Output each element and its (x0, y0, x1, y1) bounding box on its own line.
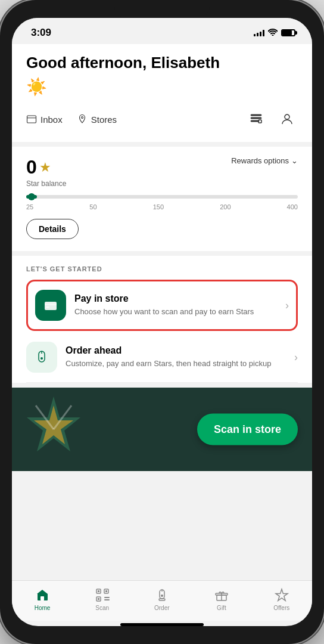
svg-rect-20 (98, 590, 99, 592)
order-ahead-card[interactable]: Order ahead Customize, pay and earn Star… (26, 332, 298, 383)
svg-rect-16 (40, 596, 44, 600)
marker-50: 50 (89, 203, 96, 210)
progress-markers: 25 50 150 200 400 (26, 203, 298, 210)
greeting-text: Good afternoon, Elisabeth (26, 54, 298, 72)
tab-scan-label: Scan (95, 605, 109, 611)
status-bar: 3:09 (12, 18, 312, 44)
star-count: 0 (26, 156, 37, 178)
nav-row: Inbox Stores (26, 106, 298, 130)
order-card-text: Order ahead Customize, pay and earn Star… (66, 345, 289, 369)
star-gold-icon: ★ (39, 160, 51, 175)
weather-icon: ☀️ (26, 77, 298, 97)
rewards-options-btn[interactable]: Rewards options ⌄ (231, 156, 298, 165)
menu-icon-btn[interactable] (245, 109, 267, 130)
banner-section[interactable]: Scan in store (12, 388, 312, 471)
order-cup-icon (155, 588, 169, 602)
notch (114, 0, 210, 18)
marker-150: 150 (153, 203, 164, 210)
nav-left: Inbox Stores (26, 114, 117, 125)
tab-offers[interactable]: Offers (266, 586, 297, 614)
svg-rect-9 (46, 306, 49, 308)
scan-in-store-button[interactable]: Scan in store (197, 414, 298, 445)
pay-card-title: Pay in store (74, 293, 281, 304)
svg-rect-5 (258, 120, 261, 123)
marker-200: 200 (220, 203, 230, 210)
progress-track (26, 195, 298, 199)
scroll-content[interactable]: Good afternoon, Elisabeth ☀️ Inbox (12, 44, 312, 580)
pay-icon-wrap (35, 290, 66, 321)
rewards-options-label: Rewards options (231, 156, 289, 165)
order-card-title: Order ahead (66, 345, 289, 356)
svg-rect-21 (105, 590, 107, 592)
svg-point-6 (285, 114, 289, 119)
svg-rect-0 (27, 116, 36, 123)
inbox-label: Inbox (40, 114, 63, 125)
tab-gift[interactable]: Gift (207, 586, 236, 614)
menu-list-icon (249, 112, 263, 126)
pay-card-text: Pay in store Choose how you want to scan… (74, 293, 281, 317)
home-indicator (120, 623, 204, 626)
offers-star-icon (275, 588, 289, 602)
order-icon-wrap (26, 342, 57, 373)
tab-home-label: Home (35, 605, 51, 611)
chevron-down-icon: ⌄ (291, 156, 298, 165)
tab-bar: Home Scan (12, 580, 312, 621)
signal-icon (254, 29, 264, 36)
profile-icon-btn[interactable] (276, 109, 298, 130)
nav-right (245, 109, 298, 130)
status-time: 3:09 (29, 27, 51, 39)
status-icons (254, 29, 295, 38)
order-chevron-icon: › (294, 351, 298, 364)
home-icon (35, 588, 49, 602)
progress-dot (28, 193, 35, 200)
screen: 3:09 (12, 18, 312, 626)
svg-rect-23 (104, 597, 110, 598)
order-card-desc: Customize, pay and earn Stars, then head… (66, 358, 289, 369)
section-label: LET'S GET STARTED (26, 256, 298, 280)
progress-section: 25 50 150 200 400 (26, 195, 298, 210)
order-icon (33, 349, 50, 366)
details-button[interactable]: Details (26, 219, 79, 239)
tab-offers-label: Offers (273, 605, 289, 611)
pay-card-desc: Choose how you want to scan and pay to e… (74, 306, 281, 317)
star-balance-row: 0 ★ (26, 156, 66, 178)
banner-star-graphic (18, 394, 89, 465)
svg-point-1 (81, 117, 83, 119)
get-started-section: LET'S GET STARTED Pay in store Choose ho… (12, 256, 312, 383)
pay-in-store-card[interactable]: Pay in store Choose how you want to scan… (26, 280, 298, 331)
marker-25: 25 (26, 203, 33, 210)
svg-rect-7 (45, 302, 57, 310)
wifi-icon (268, 29, 278, 38)
gift-icon (214, 588, 229, 602)
profile-icon (280, 112, 294, 126)
pay-icon (42, 297, 59, 314)
tab-order-label: Order (154, 605, 170, 611)
battery-icon (281, 29, 295, 36)
stars-header: 0 ★ Star balance Rewards options ⌄ (26, 156, 298, 188)
svg-rect-3 (251, 117, 261, 119)
inbox-icon (26, 114, 37, 125)
svg-rect-24 (104, 599, 110, 600)
location-icon (77, 114, 88, 125)
tab-order[interactable]: Order (147, 586, 177, 614)
svg-rect-2 (251, 114, 261, 116)
scan-icon (95, 588, 110, 602)
stores-label: Stores (91, 114, 117, 125)
phone-frame: 3:09 (0, 0, 324, 644)
stores-nav-item[interactable]: Stores (77, 114, 117, 125)
svg-point-26 (161, 595, 163, 597)
svg-rect-8 (45, 304, 57, 305)
svg-rect-28 (159, 599, 165, 600)
stars-section: 0 ★ Star balance Rewards options ⌄ (12, 147, 312, 251)
tab-scan[interactable]: Scan (88, 586, 117, 614)
header-section: Good afternoon, Elisabeth ☀️ Inbox (12, 44, 312, 142)
svg-rect-22 (98, 598, 99, 600)
inbox-nav-item[interactable]: Inbox (26, 114, 63, 125)
pay-chevron-icon: › (285, 299, 289, 312)
star-label: Star balance (26, 179, 66, 188)
marker-400: 400 (287, 203, 298, 210)
svg-point-11 (40, 357, 43, 360)
svg-rect-4 (251, 120, 259, 122)
tab-home[interactable]: Home (27, 586, 58, 614)
tab-gift-label: Gift (217, 605, 226, 611)
